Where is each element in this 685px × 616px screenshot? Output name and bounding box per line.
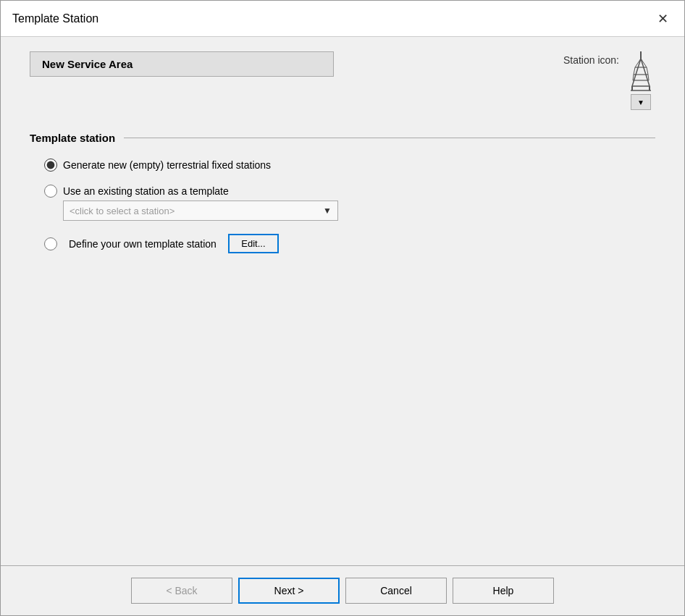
- option-3-radio[interactable]: [44, 237, 57, 250]
- option-2-label[interactable]: Use an existing station as a template: [63, 185, 229, 197]
- station-icon-section: Station icon:: [563, 51, 655, 110]
- svg-marker-1: [632, 59, 650, 86]
- option-2-radio[interactable]: [44, 185, 57, 198]
- station-select-dropdown[interactable]: <click to select a station> ▼: [63, 201, 338, 221]
- dropdown-arrow-icon: ▼: [323, 206, 332, 216]
- option-1-row: Generate new (empty) terrestrial fixed s…: [44, 159, 655, 172]
- option-2-container: Use an existing station as a template <c…: [44, 185, 655, 221]
- option-3-row: Define your own template station Edit...: [44, 234, 655, 253]
- next-button[interactable]: Next >: [238, 578, 340, 604]
- station-icon-container: ▼: [626, 51, 655, 110]
- options-container: Generate new (empty) terrestrial fixed s…: [44, 159, 655, 253]
- dialog-content: New Service Area Station icon:: [1, 37, 684, 565]
- svg-line-7: [634, 67, 635, 75]
- service-area-label: New Service Area: [30, 51, 334, 77]
- station-icon-label: Station icon:: [563, 54, 619, 66]
- edit-button[interactable]: Edit...: [228, 234, 279, 253]
- station-icon-dropdown-button[interactable]: ▼: [631, 94, 651, 110]
- tower-icon: [626, 51, 655, 91]
- option-3-label[interactable]: Define your own template station: [69, 238, 217, 250]
- option-1-radio[interactable]: [44, 159, 57, 172]
- section-divider: [124, 138, 655, 138]
- section-title: Template station: [30, 132, 115, 144]
- cancel-button[interactable]: Cancel: [345, 578, 447, 604]
- svg-line-9: [633, 75, 634, 80]
- option-1-label[interactable]: Generate new (empty) terrestrial fixed s…: [63, 159, 271, 171]
- footer: < Back Next > Cancel Help: [1, 565, 684, 615]
- dialog-title: Template Station: [12, 12, 98, 25]
- svg-line-10: [648, 75, 649, 80]
- svg-line-8: [647, 67, 648, 75]
- close-button[interactable]: ✕: [652, 9, 673, 29]
- station-select-row: <click to select a station> ▼: [63, 201, 655, 221]
- title-bar: Template Station ✕: [1, 1, 684, 37]
- dialog-window: Template Station ✕ New Service Area Stat…: [0, 0, 685, 616]
- station-placeholder: <click to select a station>: [70, 206, 175, 216]
- option-2-row: Use an existing station as a template: [44, 185, 655, 198]
- section-header: Template station: [30, 132, 655, 144]
- service-area-row: New Service Area Station icon:: [30, 51, 655, 110]
- back-button[interactable]: < Back: [131, 578, 232, 604]
- help-button[interactable]: Help: [453, 578, 554, 604]
